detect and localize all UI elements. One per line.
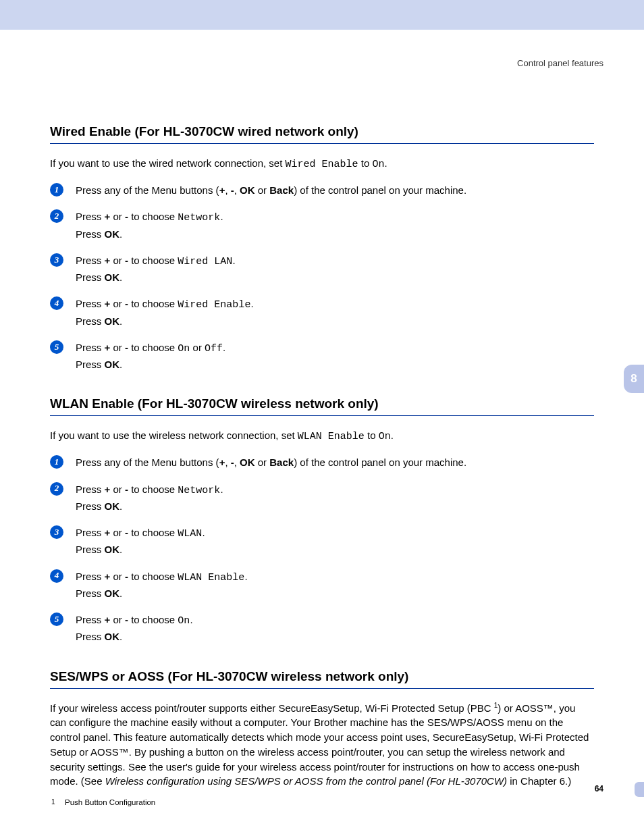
step-item: 5Press + or - to choose On.Press OK. [50,612,594,645]
top-bar [0,0,644,30]
step-item: 3Press + or - to choose Wired LAN.Press … [50,253,594,286]
step-item: 4Press + or - to choose Wired Enable.Pre… [50,296,594,329]
step-text: Press + or - to choose Wired LAN.Press O… [76,255,236,283]
paragraph-ses: If your wireless access point/router sup… [50,701,594,789]
step-number-icon: 5 [50,340,63,354]
chapter-tab: 8 [624,365,644,393]
step-item: 5Press + or - to choose On or Off.Press … [50,340,594,373]
step-text: Press + or - to choose WLAN Enable.Press… [76,571,248,599]
intro-text: to [358,157,373,169]
intro-text: . [384,157,387,169]
step-text: Press any of the Menu buttons (+, -, OK … [76,184,466,196]
steps-list-wired: 1Press any of the Menu buttons (+, -, OK… [50,182,594,372]
page-number: 64 [595,784,603,793]
header-section-label: Control panel features [517,58,603,68]
intro-wired: If you want to use the wired network con… [50,156,594,172]
intro-text: . [391,429,394,441]
footnote-text: Push Button Configuration [65,798,155,806]
step-text: Press + or - to choose On.Press OK. [76,614,193,642]
step-number-icon: 3 [50,253,63,267]
step-item: 2Press + or - to choose Network.Press OK… [50,209,594,242]
step-item: 1Press any of the Menu buttons (+, -, OK… [50,454,594,470]
step-number-icon: 4 [50,569,63,583]
step-text: Press + or - to choose Network.Press OK. [76,211,223,239]
page-content: Wired Enable (For HL-3070CW wired networ… [0,124,644,806]
intro-text: If you want to use the wireless network … [50,429,298,441]
step-number-icon: 5 [50,613,63,626]
corner-tab [635,782,644,797]
step-text: Press + or - to choose Network.Press OK. [76,484,223,512]
footnote: 1 Push Button Configuration [50,798,594,806]
step-text: Press + or - to choose WLAN.Press OK. [76,527,205,555]
step-number-icon: 3 [50,525,63,539]
section-title-wired-enable: Wired Enable (For HL-3070CW wired networ… [50,124,594,144]
step-number-icon: 2 [50,482,63,496]
step-number-icon: 1 [50,455,63,469]
step-number-icon: 1 [50,183,63,197]
step-text: Press + or - to choose On or Off.Press O… [76,342,225,370]
intro-text: If you want to use the wired network con… [50,157,286,169]
step-text: Press any of the Menu buttons (+, -, OK … [76,457,466,468]
intro-text: to [365,429,379,441]
step-item: 2Press + or - to choose Network.Press OK… [50,481,594,515]
step-item: 3Press + or - to choose WLAN.Press OK. [50,525,594,558]
intro-code: Wired Enable [286,159,358,170]
step-item: 1Press any of the Menu buttons (+, -, OK… [50,182,594,198]
step-text: Press + or - to choose Wired Enable.Pres… [76,298,254,326]
intro-code: On [379,431,391,442]
intro-code: WLAN Enable [298,431,365,442]
step-number-icon: 2 [50,209,63,223]
step-item: 4Press + or - to choose WLAN Enable.Pres… [50,569,594,602]
footnote-number: 1 [51,798,55,806]
step-number-icon: 4 [50,296,63,310]
intro-code: On [372,159,384,170]
section-title-ses-wps-aoss: SES/WPS or AOSS (For HL-3070CW wireless … [50,669,594,689]
intro-wlan: If you want to use the wireless network … [50,428,594,444]
section-title-wlan-enable: WLAN Enable (For HL-3070CW wireless netw… [50,396,594,416]
steps-list-wlan: 1Press any of the Menu buttons (+, -, OK… [50,454,594,644]
